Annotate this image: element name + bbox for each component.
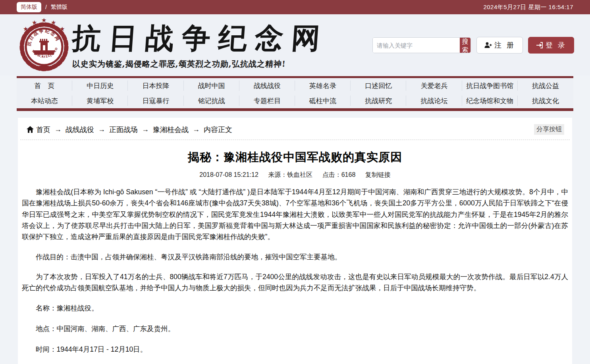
breadcrumb-frontal-battlefield[interactable]: 正面战场: [109, 125, 138, 134]
lang-simplified-button[interactable]: 简体版: [17, 2, 41, 12]
nav-whampoa-academy[interactable]: 黄埔军校: [72, 93, 128, 108]
breadcrumb-article-body: 内容正文: [204, 125, 232, 134]
main-nav: 首 页 中日历史 日本投降 战时中国 战线战役 英雄名录 口述回忆 关爱老兵 抗…: [17, 76, 573, 111]
nav-china-japan-history[interactable]: 中日历史: [72, 78, 128, 93]
nav-battle-fronts[interactable]: 战线战役: [239, 78, 295, 93]
article-meta: 2018-07-08 15:21:12 来源：铁血社区 点击：6168 复制链接: [22, 171, 568, 179]
breadcrumb-home-label: 首页: [36, 125, 50, 134]
breadcrumb-arrow-icon: →: [54, 125, 62, 134]
nav-row-2: 本站动态 黄埔军校 日寇暴行 铭记抗战 专题栏目 砥柱中流 抗战研究 抗战论坛 …: [17, 93, 573, 108]
register-label: 注 册: [494, 40, 515, 50]
nav-row-1: 首 页 中日历史 日本投降 战时中国 战线战役 英雄名录 口述回忆 关爱老兵 抗…: [17, 78, 573, 93]
search-button[interactable]: 搜索: [460, 38, 470, 53]
breadcrumb-arrow-icon: →: [98, 125, 105, 134]
article-paragraph: 作战目的：击溃中国，占领并确保湘桂、粤汉及平汉铁路南部沿线的要地，摧毁中国空军主…: [22, 251, 568, 262]
site-title-block: 抗日战争纪念网 以史实为镜鉴,揭侵略之罪恶,颂英烈之功勋,弘抗战之精神!: [72, 20, 328, 69]
svg-text:★: ★: [23, 25, 28, 32]
site-header: ★ ★ ★ ★ ★ 抗日战争纪念网 www.krzzjn.com 抗日战争纪念网…: [0, 14, 590, 75]
nav-war-library[interactable]: 抗日战争图书馆: [462, 78, 518, 93]
breadcrumb-row: 首页 → 战线战役 → 正面战场 → 豫湘桂会战 → 内容正文 分享按钮: [20, 121, 570, 140]
article-source: 来源：铁血社区: [268, 171, 312, 178]
login-label: 登 录: [546, 40, 567, 50]
language-switcher: 简体版 / 繁體版: [17, 2, 67, 12]
site-logo-emblem-icon[interactable]: ★ ★ ★ ★ ★ 抗日战争纪念网 www.krzzjn.com: [17, 18, 71, 71]
nav-home[interactable]: 首 页: [17, 78, 72, 93]
nav-japanese-atrocities[interactable]: 日寇暴行: [128, 93, 183, 108]
breadcrumb-arrow-icon: →: [193, 125, 200, 134]
nav-site-news[interactable]: 本站动态: [17, 93, 72, 108]
article: 揭秘：豫湘桂战役中国军战败的真实原因 2018-07-08 15:21:12 来…: [20, 149, 570, 364]
nav-oral-memories[interactable]: 口述回忆: [351, 78, 406, 93]
login-button[interactable]: 登 录: [528, 37, 574, 54]
nav-heroes-roster[interactable]: 英雄名录: [295, 78, 351, 93]
nav-war-forum[interactable]: 抗战论坛: [406, 93, 462, 108]
user-plus-icon: [484, 42, 492, 49]
article-datetime: 2018-07-08 15:21:12: [199, 171, 258, 178]
login-arrow-icon: [536, 42, 543, 49]
article-hits: 点击：6168: [322, 171, 356, 178]
svg-text:★: ★: [32, 19, 37, 26]
search-input[interactable]: [373, 38, 460, 53]
nav-wartime-china[interactable]: 战时中国: [184, 78, 239, 93]
nav-japan-surrender[interactable]: 日本投降: [128, 78, 183, 93]
lang-separator: /: [45, 4, 47, 10]
breadcrumb: 首页 → 战线战役 → 正面战场 → 豫湘桂会战 → 内容正文: [27, 125, 232, 134]
content-card: 首页 → 战线战役 → 正面战场 → 豫湘桂会战 → 内容正文 分享按钮 揭秘：…: [18, 118, 572, 364]
home-icon: [27, 126, 34, 133]
breadcrumb-arrow-icon: →: [142, 125, 149, 134]
breadcrumb-battle-fronts[interactable]: 战线战役: [66, 125, 94, 134]
datetime-display: 2024年5月27日 星期一 16:54:17: [483, 4, 573, 11]
search-box: 搜索: [372, 37, 471, 53]
article-fact-time: 时间：1944年4月17日 - 12月10日。: [22, 344, 568, 355]
article-paragraph: 为了本次攻势，日军投入了41万名的士兵、800辆战车和将近7万匹马，于2400公…: [22, 271, 568, 294]
topbar: 简体版 / 繁體版 2024年5月27日 星期一 16:54:17: [0, 0, 590, 14]
svg-text:★: ★: [60, 25, 65, 32]
header-actions: 搜索 注 册 登 录: [372, 37, 574, 54]
copy-link-button[interactable]: 复制链接: [365, 171, 391, 178]
breadcrumb-home[interactable]: 首页: [27, 125, 50, 134]
nav-remember-resistance[interactable]: 铭记抗战: [184, 93, 239, 108]
nav-special-topics[interactable]: 专题栏目: [239, 93, 295, 108]
article-paragraph: 豫湘桂会战(日本称为 Ichi-gō Sakusen “一号作战” 或 “大陆打…: [22, 186, 568, 243]
article-title: 揭秘：豫湘桂战役中国军战败的真实原因: [22, 149, 568, 165]
nav-memorial-halls[interactable]: 纪念场馆和文物: [462, 93, 518, 108]
nav-war-charity[interactable]: 抗战公益: [518, 78, 573, 93]
nav-care-veterans[interactable]: 关爱老兵: [406, 78, 462, 93]
nav-pillar-midstream[interactable]: 砥柱中流: [295, 93, 351, 108]
article-fact-name: 名称：豫湘桂战役。: [22, 303, 568, 314]
register-button[interactable]: 注 册: [476, 37, 523, 54]
nav-war-research[interactable]: 抗战研究: [351, 93, 406, 108]
site-title: 抗日战争纪念网: [71, 20, 329, 56]
site-slogan: 以史实为镜鉴,揭侵略之罪恶,颂英烈之功勋,弘抗战之精神!: [72, 59, 328, 69]
article-fact-location: 地点：中国河南、湖南、广西、广东及贵州。: [22, 323, 568, 334]
svg-text:★: ★: [41, 18, 46, 23]
lang-traditional-button[interactable]: 繁體版: [51, 4, 67, 11]
svg-text:★: ★: [51, 19, 56, 26]
share-button[interactable]: 分享按钮: [534, 124, 564, 135]
nav-war-culture[interactable]: 抗战文化: [518, 93, 573, 108]
breadcrumb-yuxianggui-campaign[interactable]: 豫湘桂会战: [153, 125, 189, 134]
